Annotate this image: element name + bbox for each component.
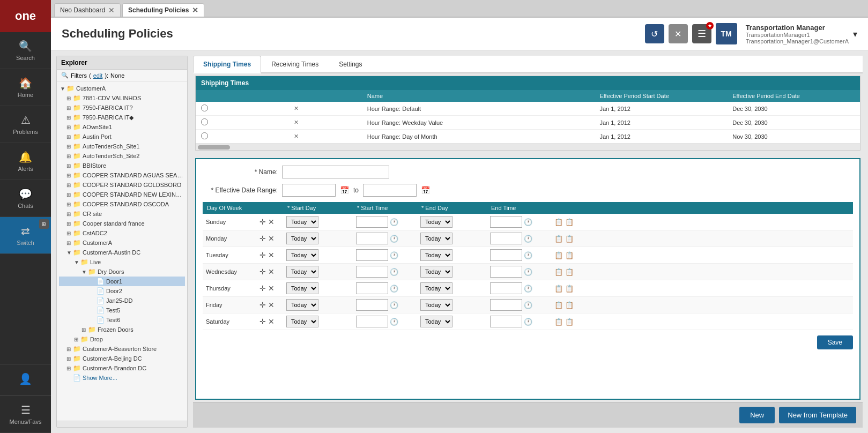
end-day-select[interactable]: Today [420,233,452,244]
copy-icon[interactable]: 📋 [554,251,563,259]
list-item[interactable]: ⊞ 📁 7881-CDV VALINHOS [59,93,185,103]
delete-icon[interactable]: ✕ [294,105,299,111]
paste-icon[interactable]: 📋 [565,301,574,309]
clock-icon[interactable]: 🕐 [390,268,398,276]
clock-icon[interactable]: 🕐 [390,301,398,309]
table-horizontal-scrollbar[interactable] [196,144,860,150]
sidebar-item-menus[interactable]: ☰ Menus/Favs [0,395,51,433]
tab-neo-dashboard[interactable]: Neo Dashboard ✕ [54,3,121,17]
delete-x-icon[interactable]: ✕ [268,251,275,259]
list-item[interactable]: ⊞ 📁 CstADC2 [59,228,185,238]
paste-icon[interactable]: 📋 [565,268,574,276]
copy-icon[interactable]: 📋 [554,301,563,309]
end-time-input[interactable] [490,249,522,261]
save-button[interactable]: Save [817,335,853,349]
list-item[interactable]: ⊞ 📁 CustomerA-Brandon DC [59,363,185,373]
tab-close-icon[interactable]: ✕ [108,6,115,14]
calendar-end-icon[interactable]: 📅 [421,186,430,195]
calendar-start-icon[interactable]: 📅 [340,186,349,195]
name-input[interactable] [282,166,389,178]
delete-x-icon[interactable]: ✕ [268,267,275,276]
paste-icon[interactable]: 📋 [565,285,574,293]
end-day-select[interactable]: Today [420,216,452,228]
start-day-select[interactable]: Today [286,266,318,278]
end-date-input[interactable] [363,184,417,197]
horizontal-scrollbar[interactable] [57,421,187,427]
copy-icon[interactable]: 📋 [554,218,563,226]
list-item[interactable]: ⊞ 📁 Cooper standard france [59,219,185,228]
delete-icon[interactable]: ✕ [294,119,299,125]
sidebar-item-problems[interactable]: ⚠ Problems [0,106,51,143]
add-icon[interactable]: ✛ [259,317,266,326]
end-day-select[interactable]: Today [420,266,452,278]
copy-icon[interactable]: 📋 [554,285,563,293]
list-item[interactable]: ⊞ 📁 AutoTenderSch_Site1 [59,141,185,151]
end-day-select[interactable]: Today [420,282,452,294]
list-item[interactable]: ⊞ 📁 CustomerA-Beaverton Store [59,344,185,354]
start-time-input[interactable] [356,316,388,327]
refresh-button[interactable]: ↺ [645,24,664,43]
list-item[interactable]: ▼ 📁 Live [59,257,185,267]
list-item[interactable]: 📄 Jan25-DD [59,296,185,305]
list-item[interactable]: ⊞ 📁 Frozen Doors [59,325,185,334]
sidebar-item-search[interactable]: 🔍 Search [0,32,51,69]
sidebar-item-home[interactable]: 🏠 Home [0,69,51,106]
end-time-input[interactable] [490,282,522,294]
end-time-input[interactable] [490,216,522,228]
new-button[interactable]: New [739,407,775,423]
paste-icon[interactable]: 📋 [565,218,574,226]
add-icon[interactable]: ✛ [259,251,266,259]
end-time-input[interactable] [490,266,522,278]
list-item[interactable]: ▼ 📁 CustomerA-Austin DC [59,248,185,257]
clock-icon[interactable]: 🕐 [524,251,532,259]
add-icon[interactable]: ✛ [259,234,266,243]
sidebar-item-chats[interactable]: 💬 Chats [0,180,51,217]
list-item[interactable]: 📄 Door2 [59,286,185,296]
start-time-input[interactable] [356,233,388,244]
copy-icon[interactable]: 📋 [554,268,563,276]
clock-icon[interactable]: 🕐 [390,285,398,293]
list-item[interactable]: ⊞ 📁 COOPER STANDARD NEW LEXINGTON [59,190,185,199]
end-time-input[interactable] [490,316,522,327]
row-select-radio[interactable] [201,132,208,139]
start-time-input[interactable] [356,282,388,294]
list-item[interactable]: ▼ 📁 Dry Doors [59,267,185,277]
delete-x-icon[interactable]: ✕ [268,284,275,293]
clock-icon[interactable]: 🕐 [524,318,532,326]
add-icon[interactable]: ✛ [259,301,266,309]
list-item[interactable]: ⊞ 📁 Austin Port [59,132,185,141]
list-item[interactable]: ⊞ 📁 BBIStore [59,161,185,170]
list-item[interactable]: ⊞ 📁 7950-FABRICA IT◆ [59,113,185,122]
paste-icon[interactable]: 📋 [565,318,574,326]
list-item[interactable]: ⊞ 📁 CustomerA [59,238,185,248]
close-button[interactable]: ✕ [669,24,688,43]
start-time-input[interactable] [356,299,388,311]
start-day-select[interactable]: Today [286,299,318,311]
copy-icon[interactable]: 📋 [554,318,563,326]
copy-icon[interactable]: 📋 [554,235,563,243]
start-day-select[interactable]: Today [286,249,318,261]
list-item[interactable]: ⊞ 📁 CR site [59,209,185,219]
row-select-radio[interactable] [201,118,208,125]
tab-settings[interactable]: Settings [329,56,372,73]
list-item[interactable]: ⊞ 📁 CustomerA-Beijing DC [59,354,185,363]
list-item[interactable]: ⊞ 📁 COOPER STANDARD AGUAS SEALING (: [59,170,185,180]
delete-x-icon[interactable]: ✕ [268,234,275,243]
tree-item-door1[interactable]: 📄 Door1 [59,277,185,286]
list-item[interactable]: ⊞ 📁 COOPER STANDARD GOLDSBORO [59,180,185,190]
clock-icon[interactable]: 🕐 [390,235,398,243]
delete-icon[interactable]: ✕ [294,133,299,139]
list-item[interactable]: ⊞ 📁 COOPER STANDARD OSCODA [59,199,185,209]
list-item[interactable]: 📄 Show More... [59,373,185,383]
clock-icon[interactable]: 🕐 [390,251,398,259]
new-from-template-button[interactable]: New from Template [779,407,856,423]
clock-icon[interactable]: 🕐 [390,318,398,326]
clock-icon[interactable]: 🕐 [524,285,532,293]
end-day-select[interactable]: Today [420,299,452,311]
start-time-input[interactable] [356,216,388,228]
tree-item-customerA[interactable]: ▼ 📁 CustomerA [59,84,185,93]
list-item[interactable]: ⊞ 📁 7950-FABRICA IT? [59,103,185,113]
delete-x-icon[interactable]: ✕ [268,218,275,226]
delete-x-icon[interactable]: ✕ [268,317,275,326]
end-day-select[interactable]: Today [420,316,452,327]
